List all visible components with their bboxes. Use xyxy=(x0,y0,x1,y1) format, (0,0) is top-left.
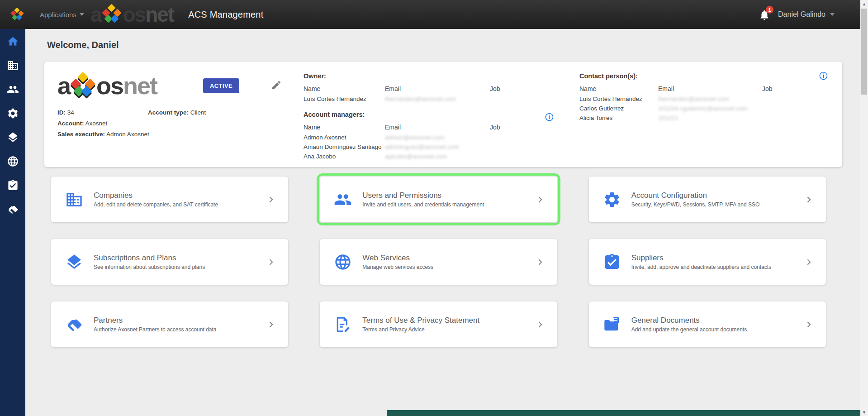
logo-letter-os: os xyxy=(96,73,123,98)
table-header: Name Email Job xyxy=(304,83,567,94)
applications-label: Applications xyxy=(40,11,76,19)
scroll-up-arrow-icon[interactable]: ▲ xyxy=(860,0,868,8)
gear-icon xyxy=(602,190,621,209)
contacts-heading: Contact person(s): xyxy=(579,72,842,80)
managers-heading: Account managers: xyxy=(304,111,567,118)
notification-badge: 1 xyxy=(766,6,773,14)
tile-title: Terms of Use & Privacy Statement xyxy=(362,316,534,325)
clipboard-check-icon xyxy=(602,253,621,272)
axosnet-logo: a os net xyxy=(57,73,203,98)
scroll-down-arrow-icon[interactable]: ▼ xyxy=(860,408,868,416)
scrollbar-thumb[interactable] xyxy=(861,9,867,95)
sales-executive-label: Sales executive: xyxy=(57,131,105,138)
folder-document-icon xyxy=(602,315,621,334)
tile-web-services[interactable]: Web Services Manage web services access xyxy=(320,239,557,285)
logo-letter-a: a xyxy=(57,73,70,98)
people-icon xyxy=(333,190,352,209)
table-row: Admon Axosnet admon@axosnet.com xyxy=(304,133,567,142)
sidebar-item-home[interactable] xyxy=(6,35,19,48)
layers-icon xyxy=(7,131,19,143)
sidebar-item-web-services[interactable] xyxy=(6,155,19,167)
user-name: Daniel Galindo xyxy=(778,10,825,19)
tile-users-and-permissions[interactable]: Users and Permissions Invite and edit us… xyxy=(320,177,557,222)
layers-icon xyxy=(65,253,84,272)
axosnet-x-logo-icon[interactable] xyxy=(10,8,24,21)
managers-info-button[interactable] xyxy=(545,112,554,122)
table-row: Alicia Torres 101221 xyxy=(579,113,842,123)
chevron-right-icon xyxy=(266,319,277,330)
table-header: Name Email Job xyxy=(579,83,842,94)
redacted-email: lhernandez@axosnet.com xyxy=(385,94,490,104)
table-row: Carlos Gutierrez 101154-cgutierrez@axosn… xyxy=(579,104,842,113)
info-icon xyxy=(819,71,828,81)
globe-icon xyxy=(7,155,19,167)
notifications-button[interactable]: 1 xyxy=(759,8,772,21)
id-label: ID: xyxy=(57,109,66,116)
tile-description: Manage web services access xyxy=(362,264,534,270)
axosnet-watermark-logo: a os net xyxy=(90,4,174,25)
tile-subscriptions-and-plans[interactable]: Subscriptions and Plans See information … xyxy=(51,239,288,285)
tile-description: Add and update the general account docum… xyxy=(631,326,803,333)
axosnet-x-mark-icon xyxy=(71,73,96,98)
account-summary-card: a os net ACTIVE ID: 34 Account type: Cli… xyxy=(44,62,842,167)
tile-description: Security, Keys/PWD, Sessions, SMTP, MFA … xyxy=(631,201,803,208)
main-content: Welcome, Daniel a os net ACTIVE xyxy=(25,29,860,416)
tile-description: See information about subscriptions and … xyxy=(94,264,266,270)
applications-menu[interactable]: Applications xyxy=(40,11,84,19)
edit-account-button[interactable] xyxy=(271,80,283,91)
sidebar-item-suppliers[interactable] xyxy=(6,179,19,191)
tile-companies[interactable]: Companies Add, edit and delete companies… xyxy=(51,177,288,222)
people-icon xyxy=(7,83,19,96)
tile-description: Invite, add, approve and deactivate supp… xyxy=(631,264,803,270)
tile-description: Authorize Axosnet Partners to access acc… xyxy=(94,326,266,333)
redacted-email: admon@axosnet.com xyxy=(385,133,490,142)
sales-executive-value: Admon Axosnet xyxy=(106,131,149,138)
account-value: Axosnet xyxy=(85,120,108,127)
module-tiles-grid: Companies Add, edit and delete companies… xyxy=(51,177,826,347)
tile-account-configuration[interactable]: Account Configuration Security, Keys/PWD… xyxy=(589,177,826,222)
logo-letter-net: net xyxy=(123,73,157,98)
contacts-info-button[interactable] xyxy=(819,71,828,81)
handshake-icon xyxy=(65,315,84,334)
user-menu[interactable]: Daniel Galindo xyxy=(778,10,835,19)
chevron-right-icon xyxy=(803,256,815,268)
tile-terms-of-use[interactable]: Terms of Use & Privacy Statement Terms a… xyxy=(320,301,557,347)
tile-title: Subscriptions and Plans xyxy=(94,253,266,263)
tile-partners[interactable]: Partners Authorize Axosnet Partners to a… xyxy=(51,301,288,347)
gear-icon xyxy=(7,107,19,120)
left-sidebar xyxy=(0,29,25,416)
tile-suppliers[interactable]: Suppliers Invite, add, approve and deact… xyxy=(589,239,826,285)
chevron-right-icon xyxy=(535,256,546,268)
redacted-email: 101221 xyxy=(658,113,762,123)
redacted-email: lhernandez@axosnet.com xyxy=(658,94,762,104)
tile-description: Add, edit and delete companies, and SAT … xyxy=(94,201,266,208)
table-row: Luís Cortés Hernández lhernandez@axosnet… xyxy=(304,94,567,104)
redacted-email: 101154-cgutierrez@axosnet.com xyxy=(658,104,762,113)
chevron-down-icon xyxy=(80,13,84,16)
account-type-value: Client xyxy=(190,109,206,116)
sidebar-item-settings[interactable] xyxy=(6,107,19,120)
tile-title: General Documents xyxy=(631,316,803,325)
chevron-down-icon xyxy=(830,13,835,16)
sidebar-item-users[interactable] xyxy=(6,83,19,96)
account-label: Account: xyxy=(57,120,84,127)
tile-title: Account Configuration xyxy=(631,191,803,200)
tile-title: Web Services xyxy=(362,253,534,263)
sidebar-item-partners[interactable] xyxy=(6,203,19,215)
contacts-section: Contact person(s): Name Email Job Luís C… xyxy=(567,62,842,167)
redacted-email: ajacobo@axosnet.com xyxy=(385,152,490,161)
tile-description: Terms and Privacy Advice xyxy=(362,326,534,333)
sidebar-item-companies[interactable] xyxy=(6,59,19,72)
tile-description: Invite and edit users, and credentials m… xyxy=(362,201,534,208)
account-meta: ID: 34 Account type: Client Account: Axo… xyxy=(57,109,291,138)
tile-general-documents[interactable]: General Documents Add and update the gen… xyxy=(589,301,826,347)
owner-heading: Owner: xyxy=(304,72,567,80)
sidebar-item-subscriptions[interactable] xyxy=(6,131,19,143)
info-icon xyxy=(545,112,554,122)
redacted-email: adominguez@axosnet.com xyxy=(385,142,490,152)
owner-managers-section: Owner: Name Email Job Luís Cortés Hernán… xyxy=(291,62,567,167)
chevron-right-icon xyxy=(266,256,277,268)
scrollbar[interactable]: ▲ ▼ xyxy=(860,0,868,416)
tile-title: Suppliers xyxy=(631,253,803,263)
handshake-icon xyxy=(7,203,19,215)
